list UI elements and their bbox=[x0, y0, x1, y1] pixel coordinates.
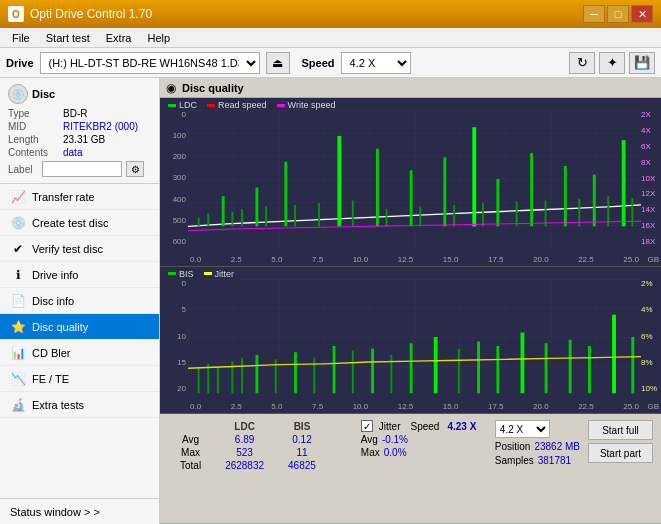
charts-area: LDC Read speed Write speed 600 500 40 bbox=[160, 98, 661, 414]
svg-rect-12 bbox=[593, 175, 596, 227]
max-jitter bbox=[328, 446, 352, 459]
disc-label-button[interactable]: ⚙ bbox=[126, 161, 144, 177]
svg-rect-43 bbox=[371, 349, 374, 394]
total-bis: 46825 bbox=[276, 459, 328, 472]
refresh-button[interactable]: ↻ bbox=[569, 52, 595, 74]
svg-rect-37 bbox=[255, 355, 258, 393]
ldc-legend-item: LDC bbox=[168, 100, 197, 110]
drive-select[interactable]: (H:) HL-DT-ST BD-RE WH16NS48 1.D3 bbox=[40, 52, 260, 74]
disc-header: 💿 Disc bbox=[8, 84, 151, 104]
svg-rect-3 bbox=[284, 162, 287, 227]
svg-rect-16 bbox=[231, 212, 233, 227]
menu-help[interactable]: Help bbox=[139, 30, 178, 46]
jitter-checkbox[interactable]: ✓ bbox=[361, 420, 373, 432]
minimize-button[interactable]: ─ bbox=[583, 5, 605, 23]
chart1-x-labels: 0.0 2.5 5.0 7.5 10.0 12.5 15.0 17.5 20.0… bbox=[190, 255, 639, 264]
svg-rect-23 bbox=[419, 207, 421, 227]
svg-rect-20 bbox=[318, 203, 320, 226]
max-jitter-row: Max 0.0% bbox=[361, 447, 491, 458]
chart2-y-right: 10% 8% 6% 4% 2% bbox=[639, 279, 661, 393]
drive-icon-group: ↻ ✦ 💾 bbox=[569, 52, 655, 74]
disc-quality-title: Disc quality bbox=[182, 82, 244, 94]
star-button[interactable]: ✦ bbox=[599, 52, 625, 74]
menu-file[interactable]: File bbox=[4, 30, 38, 46]
start-full-button[interactable]: Start full bbox=[588, 420, 653, 440]
start-part-button[interactable]: Start part bbox=[588, 443, 653, 463]
sidebar-item-transfer-rate[interactable]: 📈 Transfer rate bbox=[0, 184, 159, 210]
disc-length-label: Length bbox=[8, 134, 63, 145]
sidebar-item-disc-quality[interactable]: ⭐ Disc quality bbox=[0, 314, 159, 340]
svg-rect-5 bbox=[376, 149, 379, 227]
disc-length-row: Length 23.31 GB bbox=[8, 134, 151, 145]
avg-bis: 0.12 bbox=[276, 433, 328, 446]
svg-rect-13 bbox=[622, 140, 626, 226]
maximize-button[interactable]: □ bbox=[607, 5, 629, 23]
speed-select[interactable]: 4.2 X 2.0 X 1.0 X bbox=[341, 52, 411, 74]
sidebar-item-disc-info[interactable]: 📄 Disc info bbox=[0, 288, 159, 314]
write-speed-legend-label: Write speed bbox=[288, 100, 336, 110]
svg-rect-49 bbox=[496, 346, 499, 393]
fe-te-icon: 📉 bbox=[10, 371, 26, 387]
svg-rect-18 bbox=[265, 207, 267, 227]
sidebar-item-extra-tests[interactable]: 🔬 Extra tests bbox=[0, 392, 159, 418]
jitter-label: Jitter bbox=[379, 421, 401, 432]
svg-rect-40 bbox=[313, 358, 315, 394]
svg-rect-52 bbox=[569, 340, 572, 394]
svg-rect-46 bbox=[434, 337, 438, 393]
write-speed-legend-dot bbox=[277, 104, 285, 107]
save-button[interactable]: 💾 bbox=[629, 52, 655, 74]
disc-info-icon: 📄 bbox=[10, 293, 26, 309]
svg-rect-2 bbox=[255, 188, 258, 227]
svg-rect-21 bbox=[352, 201, 354, 227]
svg-rect-32 bbox=[198, 368, 200, 393]
svg-rect-7 bbox=[443, 157, 446, 226]
main-layout: 💿 Disc Type BD-R MID RITEKBR2 (000) Leng… bbox=[0, 78, 661, 524]
jitter-section: ✓ Jitter Speed 4.23 X bbox=[361, 420, 491, 432]
avg-ldc: 6.89 bbox=[213, 433, 276, 446]
disc-mid-label: MID bbox=[8, 121, 63, 132]
app-title: Opti Drive Control 1.70 bbox=[30, 7, 583, 21]
disc-type-value: BD-R bbox=[63, 108, 87, 119]
svg-rect-41 bbox=[333, 346, 336, 393]
disc-contents-row: Contents data bbox=[8, 147, 151, 158]
read-speed-legend-item: Read speed bbox=[207, 100, 267, 110]
bis-legend-label: BIS bbox=[179, 269, 194, 279]
sidebar-item-drive-info[interactable]: ℹ Drive info bbox=[0, 262, 159, 288]
avg-jitter-val: -0.1% bbox=[382, 434, 408, 445]
extra-tests-icon: 🔬 bbox=[10, 397, 26, 413]
disc-panel: 💿 Disc Type BD-R MID RITEKBR2 (000) Leng… bbox=[0, 78, 159, 184]
svg-rect-42 bbox=[352, 350, 354, 393]
cd-bler-icon: 📊 bbox=[10, 345, 26, 361]
svg-rect-11 bbox=[564, 166, 567, 226]
eject-button[interactable]: ⏏ bbox=[266, 52, 290, 74]
disc-contents-value: data bbox=[63, 147, 82, 158]
sidebar-item-fe-te[interactable]: 📉 FE / TE bbox=[0, 366, 159, 392]
transfer-rate-label: Transfer rate bbox=[32, 191, 95, 203]
sidebar-item-cd-bler[interactable]: 📊 CD Bler bbox=[0, 340, 159, 366]
avg-row: Avg 6.89 0.12 bbox=[168, 433, 352, 446]
svg-rect-55 bbox=[631, 337, 634, 393]
speed-select-stats[interactable]: 4.2 X 2.0 X bbox=[495, 420, 550, 438]
pos-samples-section: 4.2 X 2.0 X Position 23862 MB Samples 38… bbox=[495, 420, 580, 466]
disc-type-label: Type bbox=[8, 108, 63, 119]
sidebar-item-create-test-disc[interactable]: 💿 Create test disc bbox=[0, 210, 159, 236]
drive-bar: Drive (H:) HL-DT-ST BD-RE WH16NS48 1.D3 … bbox=[0, 48, 661, 78]
disc-label-input[interactable] bbox=[42, 161, 122, 177]
sidebar-item-verify-test-disc[interactable]: ✔ Verify test disc bbox=[0, 236, 159, 262]
chart1-y-left: 600 500 400 300 200 100 0 bbox=[160, 110, 188, 246]
avg-jitter-row: Avg -0.1% bbox=[361, 434, 491, 445]
bis-legend-item: BIS bbox=[168, 269, 194, 279]
avg-label2: Avg bbox=[361, 434, 378, 445]
menu-extra[interactable]: Extra bbox=[98, 30, 140, 46]
menu-start-test[interactable]: Start test bbox=[38, 30, 98, 46]
stats-table: LDC BIS Avg 6.89 0.12 bbox=[168, 420, 361, 472]
svg-rect-25 bbox=[482, 203, 484, 226]
drive-label: Drive bbox=[6, 57, 34, 69]
svg-rect-1 bbox=[222, 196, 225, 226]
close-button[interactable]: ✕ bbox=[631, 5, 653, 23]
disc-quality-label: Disc quality bbox=[32, 321, 88, 333]
status-window-button[interactable]: Status window > > bbox=[0, 498, 159, 524]
disc-label-key: Label bbox=[8, 164, 38, 175]
window-controls: ─ □ ✕ bbox=[583, 5, 653, 23]
action-buttons: Start full Start part bbox=[588, 420, 653, 463]
